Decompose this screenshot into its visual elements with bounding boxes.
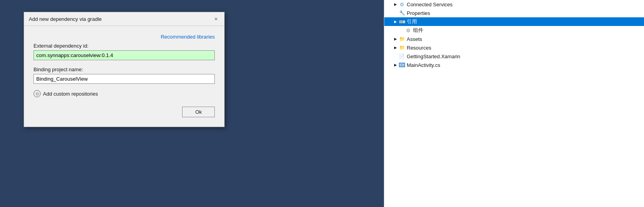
- solution-explorer-panel: ▶⚙Connected Services🔧Properties▶引用⚙组件▶📁A…: [384, 0, 644, 207]
- custom-repos-toggle[interactable]: ⊙ Add custom repositories: [34, 90, 215, 97]
- tree-item-icon: ⚙: [398, 1, 406, 7]
- tree-item-icon: [398, 18, 406, 25]
- tree-expander[interactable]: [392, 10, 398, 16]
- tree-item[interactable]: ▶引用: [384, 17, 644, 26]
- tree-item-label: Properties: [407, 10, 430, 16]
- recommended-libraries-link[interactable]: Recommended libraries: [34, 34, 215, 40]
- tree-item-label: Resources: [407, 45, 431, 51]
- binding-project-input[interactable]: [34, 74, 215, 84]
- ok-button[interactable]: Ok: [182, 107, 215, 117]
- tree-expander[interactable]: [398, 27, 405, 33]
- tree-item[interactable]: ▶⚙Connected Services: [384, 0, 644, 9]
- tree-item-label: GettingStarted.Xamarin: [407, 54, 460, 59]
- tree-item-icon: 📁: [398, 36, 406, 42]
- tree-item-icon: C#: [398, 62, 406, 68]
- tree-item[interactable]: 🔧Properties: [384, 9, 644, 17]
- tree-expander[interactable]: [392, 53, 398, 59]
- external-dep-label: External dependency id:: [34, 43, 215, 49]
- tree-expander[interactable]: ▶: [392, 44, 398, 51]
- tree-item[interactable]: ▶C#MainActivity.cs: [384, 61, 644, 69]
- dialog-footer: Ok: [34, 105, 215, 117]
- tree-item-icon: 🔧: [398, 10, 406, 16]
- tree-item-icon: ⚙: [405, 27, 412, 33]
- tree-item-label: MainActivity.cs: [407, 62, 440, 68]
- tree-item-label: 引用: [407, 18, 417, 25]
- add-dependency-dialog: Add new dependency via gradle × Recommen…: [24, 12, 225, 127]
- custom-repos-icon: ⊙: [34, 90, 41, 97]
- external-dep-input[interactable]: [34, 50, 215, 60]
- tree-item[interactable]: ▶📁Resources: [384, 43, 644, 52]
- binding-project-label: Binding project name:: [34, 67, 215, 72]
- tree-item-icon: 📄: [398, 53, 406, 59]
- tree-item[interactable]: ⚙组件: [384, 26, 644, 35]
- tree-item[interactable]: 📄GettingStarted.Xamarin: [384, 52, 644, 61]
- tree-expander[interactable]: ▶: [392, 18, 398, 25]
- dialog-body: Recommended libraries External dependenc…: [24, 26, 224, 127]
- tree-expander[interactable]: ▶: [392, 62, 398, 68]
- tree-expander[interactable]: ▶: [392, 36, 398, 42]
- tree-expander[interactable]: ▶: [392, 1, 398, 7]
- dialog-title: Add new dependency via gradle: [29, 16, 102, 22]
- custom-repos-label: Add custom repositories: [43, 91, 98, 97]
- solution-tree: ▶⚙Connected Services🔧Properties▶引用⚙组件▶📁A…: [384, 0, 644, 69]
- tree-item-label: Connected Services: [407, 2, 452, 7]
- tree-item-icon: 📁: [398, 44, 406, 51]
- dialog-titlebar: Add new dependency via gradle ×: [24, 12, 224, 26]
- dialog-close-button[interactable]: ×: [212, 15, 220, 22]
- tree-item-label: 组件: [413, 27, 423, 34]
- tree-item-label: Assets: [407, 36, 422, 42]
- tree-item[interactable]: ▶📁Assets: [384, 35, 644, 43]
